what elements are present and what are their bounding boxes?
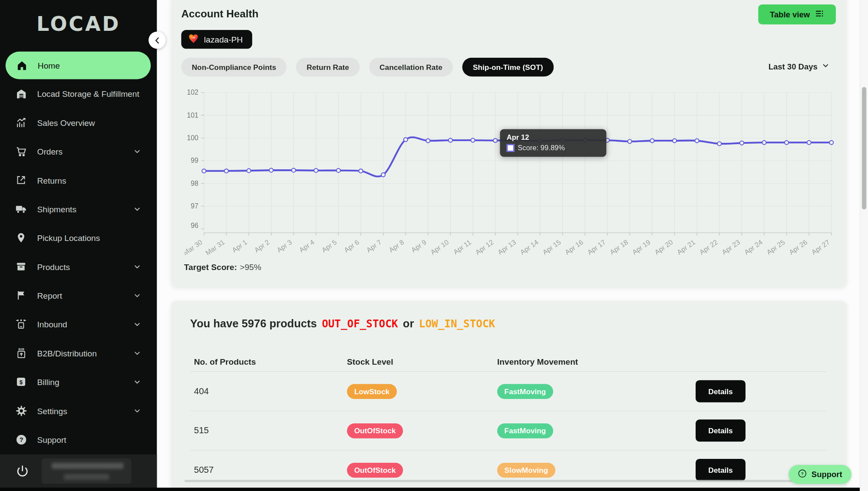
horizontal-scrollbar[interactable]: [185, 480, 843, 482]
date-range-selector[interactable]: Last 30 Days: [769, 62, 830, 72]
logout-power-icon[interactable]: [16, 464, 30, 478]
svg-text:Apr 26: Apr 26: [788, 238, 809, 256]
sidebar-item-pickup-locations[interactable]: Pickup Locations: [0, 223, 157, 252]
stock-alert-headline: You have 5976 products OUT_OF_STOCK or L…: [190, 317, 495, 330]
sidebar-item-b2b-distribution[interactable]: B2BB2B/Distribution: [0, 339, 157, 367]
table-view-button[interactable]: Table view: [758, 4, 836, 24]
product-count: 515: [194, 425, 347, 435]
sidebar-item-billing[interactable]: $Billing: [0, 367, 157, 396]
svg-text:102: 102: [187, 89, 198, 96]
sidebar-item-report[interactable]: Report: [0, 281, 157, 310]
sidebar-item-label: Sales Overview: [37, 117, 157, 129]
question-icon: ?: [14, 434, 28, 445]
sidebar-item-inbound[interactable]: Inbound: [0, 310, 157, 339]
svg-text:B2B: B2B: [18, 347, 24, 350]
sidebar-item-returns[interactable]: Returns: [0, 166, 157, 194]
chevron-down-icon: [133, 320, 141, 328]
product-count: 5057: [194, 465, 347, 475]
svg-text:Apr 17: Apr 17: [586, 238, 607, 256]
svg-text:Apr 5: Apr 5: [320, 238, 338, 254]
details-button[interactable]: Details: [696, 459, 746, 481]
vertical-scrollbar-track[interactable]: [860, 0, 868, 491]
sidebar-item-label: Pickup Locations: [37, 232, 157, 244]
target-score-value: >95%: [240, 262, 261, 272]
svg-text:97: 97: [191, 202, 198, 210]
product-count: 404: [194, 386, 347, 396]
chevron-down-icon: [133, 291, 141, 300]
svg-text:98: 98: [191, 180, 198, 187]
svg-text:Apr 18: Apr 18: [608, 238, 629, 256]
question-circle-icon: ?: [798, 469, 807, 480]
sidebar-item-settings[interactable]: Settings: [0, 396, 157, 425]
tab-cancellation-rate[interactable]: Cancellation Rate: [369, 58, 453, 76]
bottom-edge: [0, 488, 868, 491]
stock-level-badge: OutOfStock: [347, 423, 403, 438]
target-score-label: Target Score:: [184, 262, 237, 272]
chevron-down-icon: [822, 62, 830, 72]
svg-text:Apr 13: Apr 13: [496, 238, 517, 256]
headline-conjunction: or: [403, 317, 414, 330]
table-row: 404LowStockFastMovingDetails: [190, 372, 826, 412]
account-health-card: Account Health Laz lazada-PH Non-Complia…: [171, 0, 846, 287]
redacted-subtext: [64, 474, 109, 480]
svg-text:Apr 20: Apr 20: [653, 238, 674, 256]
locad-logo: LOCAD: [0, 0, 157, 48]
svg-text:Apr 6: Apr 6: [343, 238, 360, 254]
details-button[interactable]: Details: [696, 419, 746, 442]
returns-icon: [14, 175, 28, 186]
sidebar-item-label: Support: [37, 434, 157, 445]
redacted-username: [52, 463, 124, 469]
svg-text:Apr 2: Apr 2: [253, 238, 271, 254]
product-box-icon: [14, 261, 28, 272]
sales-chart-icon: [14, 117, 28, 129]
sidebar-item-sales-overview[interactable]: Sales Overview: [0, 108, 157, 137]
svg-text:Apr 16: Apr 16: [564, 238, 584, 256]
sidebar-item-orders[interactable]: Orders: [0, 137, 157, 165]
tab-non-compliance-points[interactable]: Non-Compliance Points: [181, 58, 287, 76]
vertical-scrollbar-thumb[interactable]: [862, 87, 866, 209]
sot-line-chart[interactable]: Mar 30Mar 31Apr 1Apr 2Apr 3Apr 4Apr 5Apr…: [185, 88, 844, 257]
svg-text:Apr 21: Apr 21: [676, 238, 696, 256]
sidebar-item-locad-storage-fulfillment[interactable]: Locad Storage & Fulfillment: [0, 79, 157, 108]
svg-text:Apr 15: Apr 15: [541, 238, 562, 256]
metric-tabs: Non-Compliance PointsReturn RateCancella…: [181, 58, 553, 76]
svg-text:Mar 31: Mar 31: [204, 238, 226, 257]
svg-text:99: 99: [191, 157, 198, 164]
sidebar-item-home[interactable]: Home: [6, 52, 151, 79]
stock-table-body: 404LowStockFastMovingDetails515OutOfStoc…: [190, 372, 826, 490]
stock-table-header: No. of Products Stock Level Inventory Mo…: [190, 352, 826, 372]
support-fab[interactable]: ? Support: [789, 465, 851, 484]
svg-text:$: $: [20, 379, 23, 386]
map-pin-icon: [14, 232, 28, 244]
page-title: Account Health: [181, 8, 258, 20]
details-button[interactable]: Details: [696, 380, 746, 402]
home-icon: [15, 59, 28, 71]
svg-text:Apr 23: Apr 23: [720, 238, 741, 256]
svg-text:Apr 25: Apr 25: [765, 238, 786, 256]
sidebar-nav: HomeLocad Storage & FulfillmentSales Ove…: [0, 52, 157, 454]
svg-text:Apr 7: Apr 7: [365, 238, 383, 254]
svg-text:Apr 27: Apr 27: [810, 238, 831, 256]
svg-text:Apr 9: Apr 9: [410, 238, 428, 254]
sidebar-item-shipments[interactable]: Shipments: [0, 194, 157, 223]
cart-icon: [14, 145, 28, 157]
tab-return-rate[interactable]: Return Rate: [296, 58, 360, 76]
svg-text:?: ?: [19, 436, 23, 443]
svg-text:Apr 22: Apr 22: [698, 238, 719, 256]
col-no-of-products: No. of Products: [194, 357, 347, 366]
svg-text:Apr 19: Apr 19: [631, 238, 652, 256]
tab-ship-on-time-sot[interactable]: Ship-on-Time (SOT): [462, 58, 554, 76]
svg-text:?: ?: [801, 471, 804, 476]
headline-low-in-stock: LOW_IN_STOCK: [419, 317, 495, 330]
sidebar-item-label: Returns: [37, 174, 157, 186]
chevron-down-icon: [133, 262, 141, 270]
user-profile-redacted[interactable]: [42, 458, 132, 484]
svg-text:Apr 11: Apr 11: [452, 238, 472, 256]
svg-text:Apr 3: Apr 3: [275, 238, 293, 254]
chevron-down-icon: [133, 205, 141, 213]
sidebar-collapse-button[interactable]: [149, 32, 166, 49]
support-fab-label: Support: [812, 470, 842, 478]
store-chip-lazada-ph[interactable]: Laz lazada-PH: [181, 30, 252, 49]
sidebar-item-products[interactable]: Products: [0, 252, 157, 281]
sidebar-item-support[interactable]: ?Support: [0, 425, 157, 454]
